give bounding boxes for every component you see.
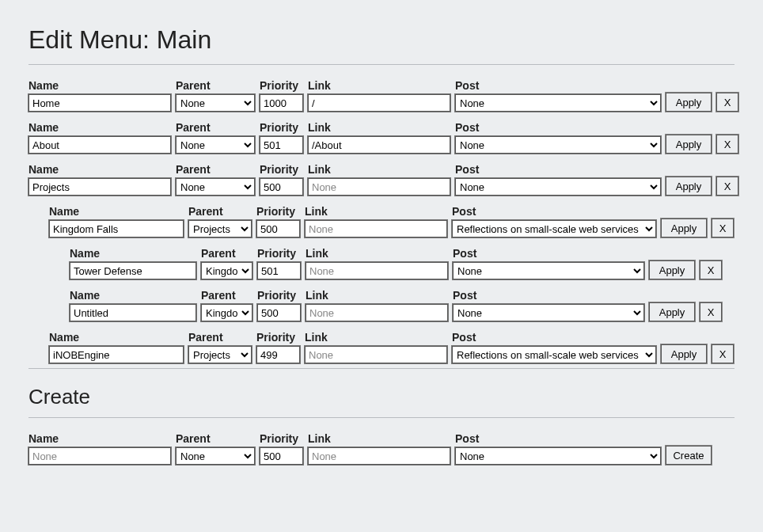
parent-header: Parent [201, 289, 252, 302]
post-header: Post [453, 289, 644, 302]
post-select[interactable]: None [455, 136, 661, 154]
name-header: Name [70, 289, 196, 302]
page-title: Edit Menu: Main [28, 25, 735, 55]
delete-button[interactable]: X [712, 218, 734, 238]
link-input[interactable] [305, 346, 447, 363]
link-input[interactable] [308, 136, 450, 154]
priority-header: Priority [256, 331, 300, 344]
menu-row: NameParentProjectsPriorityLinkPostReflec… [49, 199, 735, 238]
parent-select[interactable]: None [176, 136, 255, 154]
priority-input[interactable] [260, 94, 303, 112]
delete-button[interactable]: X [716, 177, 738, 196]
menu-row: NameParentKingdom FallsPriorityLinkPostN… [70, 241, 735, 279]
priority-input[interactable] [257, 304, 301, 321]
name-header: Name [28, 163, 171, 176]
priority-header: Priority [257, 247, 301, 260]
delete-button[interactable]: X [716, 93, 738, 112]
post-select[interactable]: None [453, 262, 644, 279]
name-header: Name [49, 331, 184, 344]
menu-row: NameParentNonePriorityLinkPostNone Apply… [28, 157, 735, 196]
priority-input[interactable] [260, 178, 303, 196]
post-header: Post [452, 331, 656, 344]
post-header: Post [455, 432, 661, 445]
menu-row: NameParentNonePriorityLinkPostNone Apply… [28, 73, 735, 112]
priority-input[interactable] [260, 136, 303, 154]
apply-button[interactable]: Apply [649, 302, 695, 321]
link-header: Link [305, 205, 447, 218]
name-header: Name [70, 247, 196, 260]
priority-input[interactable] [260, 447, 303, 465]
link-input[interactable] [306, 304, 448, 321]
post-header: Post [455, 121, 661, 134]
post-header: Post [455, 79, 661, 92]
priority-header: Priority [257, 289, 301, 302]
name-input[interactable] [70, 262, 196, 279]
post-select[interactable]: None [455, 94, 661, 112]
apply-button[interactable]: Apply [661, 344, 707, 363]
name-input[interactable] [49, 220, 184, 238]
link-input[interactable] [308, 178, 450, 196]
name-input[interactable] [28, 178, 171, 196]
name-input[interactable] [70, 304, 196, 321]
link-input[interactable] [308, 447, 450, 465]
menu-row: NameParentProjectsPriorityLinkPostReflec… [49, 325, 735, 363]
link-header: Link [308, 79, 450, 92]
divider [28, 64, 735, 65]
link-header: Link [308, 121, 450, 134]
link-input[interactable] [308, 94, 450, 112]
delete-button[interactable]: X [712, 344, 734, 363]
link-header: Link [305, 331, 447, 344]
apply-button[interactable]: Apply [666, 177, 712, 196]
post-select[interactable]: None [455, 178, 661, 196]
parent-header: Parent [188, 205, 252, 218]
link-input[interactable] [305, 220, 447, 238]
name-input[interactable] [28, 136, 171, 154]
name-input[interactable] [49, 346, 184, 363]
parent-select[interactable]: Projects [188, 346, 252, 363]
apply-button[interactable]: Apply [666, 135, 712, 154]
priority-input[interactable] [257, 262, 301, 279]
priority-header: Priority [260, 121, 303, 134]
divider [28, 368, 735, 369]
priority-header: Priority [260, 79, 303, 92]
apply-button[interactable]: Apply [666, 93, 712, 112]
post-select[interactable]: Reflections on small-scale web services [452, 220, 656, 238]
post-select[interactable]: None [453, 304, 644, 321]
priority-input[interactable] [256, 346, 300, 363]
create-title: Create [28, 385, 735, 409]
priority-header: Priority [260, 163, 303, 176]
post-select[interactable]: Reflections on small-scale web services [452, 346, 656, 363]
parent-header: Parent [176, 432, 255, 445]
divider [28, 417, 735, 418]
parent-header: Parent [176, 79, 255, 92]
parent-select[interactable]: None [176, 447, 255, 465]
link-header: Link [306, 247, 448, 260]
post-select[interactable]: None [455, 447, 661, 465]
parent-select[interactable]: Kingdom Falls [201, 304, 252, 321]
create-button[interactable]: Create [666, 446, 712, 465]
name-input[interactable] [28, 447, 171, 465]
parent-select[interactable]: None [176, 178, 255, 196]
create-row: NameParentNonePriorityLinkPostNone Creat… [28, 426, 735, 465]
delete-button[interactable]: X [700, 302, 722, 321]
link-header: Link [306, 289, 448, 302]
parent-header: Parent [176, 163, 255, 176]
link-header: Link [308, 432, 450, 445]
link-header: Link [308, 163, 450, 176]
delete-button[interactable]: X [716, 135, 738, 154]
post-header: Post [453, 247, 644, 260]
priority-input[interactable] [256, 220, 300, 238]
parent-select[interactable]: Kingdom Falls [201, 262, 252, 279]
name-header: Name [28, 121, 171, 134]
menu-row: NameParentKingdom FallsPriorityLinkPostN… [70, 283, 735, 321]
parent-header: Parent [188, 331, 252, 344]
delete-button[interactable]: X [700, 260, 722, 279]
apply-button[interactable]: Apply [649, 260, 695, 279]
link-input[interactable] [306, 262, 448, 279]
parent-header: Parent [201, 247, 252, 260]
apply-button[interactable]: Apply [661, 218, 707, 238]
name-input[interactable] [28, 94, 171, 112]
parent-select[interactable]: Projects [188, 220, 252, 238]
priority-header: Priority [260, 432, 303, 445]
parent-select[interactable]: None [176, 94, 255, 112]
